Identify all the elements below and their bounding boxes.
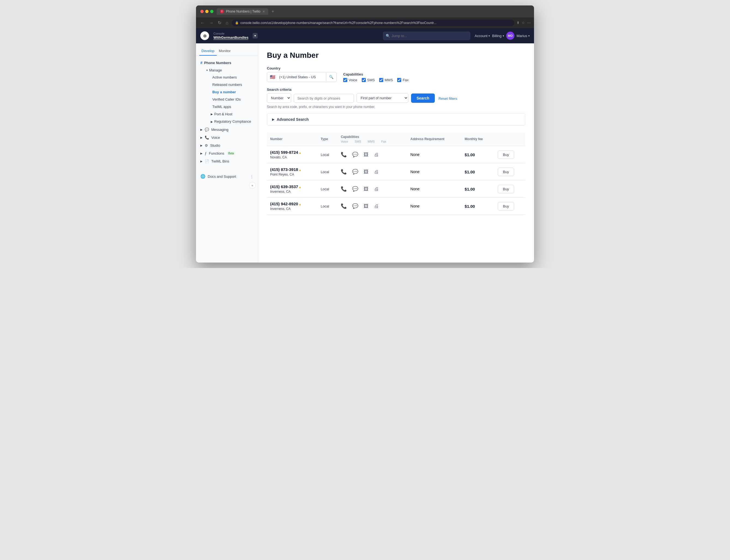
fax-checkbox[interactable] (397, 78, 401, 82)
buy-button-1[interactable]: Buy (498, 168, 514, 176)
maximize-dot[interactable] (210, 10, 214, 13)
close-dot[interactable] (200, 10, 204, 13)
sidebar-item-active-numbers[interactable]: Active numbers (208, 74, 258, 81)
number-location-1: Point Reyes, CA (270, 173, 314, 176)
th-action (494, 132, 525, 146)
sidebar-item-studio[interactable]: ▶ ⚙ Studio (196, 141, 258, 149)
sidebar-item-voice[interactable]: ▶ 📞 Voice (196, 134, 258, 141)
globe-icon: 🌐 (200, 174, 206, 179)
address-req-cell-3: None (407, 198, 461, 215)
sms-checkbox[interactable] (362, 78, 366, 82)
new-tab-button[interactable]: + (272, 9, 274, 14)
browser-titlebar: T Phone Numbers | Twilio ✕ + (196, 5, 534, 17)
share-icon[interactable]: ⬆ (516, 21, 519, 25)
billing-caret-icon: ▾ (503, 34, 504, 37)
number-indicator-icon: ▲ (299, 151, 302, 154)
reset-filters-button[interactable]: Reset filters (437, 94, 458, 103)
home-button[interactable]: ⌂ (225, 19, 230, 26)
advanced-search-label: Advanced Search (277, 117, 309, 122)
sms-check[interactable]: SMS (362, 78, 375, 82)
th-capabilities: Capabilities Voice SMS MMS Fax (338, 132, 407, 146)
sidebar-item-functions[interactable]: ▶ ƒ Functions Beta (196, 149, 258, 157)
buy-button-3[interactable]: Buy (498, 202, 514, 210)
studio-expand-icon: ▶ (200, 144, 203, 147)
sidebar-item-manage[interactable]: ▾ Manage (204, 67, 258, 74)
user-caret-icon: ▾ (528, 34, 530, 37)
tab-develop[interactable]: Develop (199, 47, 217, 56)
mms-cap-icon-2: 🖼 (364, 186, 368, 192)
sidebar-item-released-numbers[interactable]: Released numbers (208, 81, 258, 88)
sms-cap-icon-2: 💬 (352, 186, 358, 192)
buy-button-2[interactable]: Buy (498, 185, 514, 193)
phone-number-0: (415) 599-8724▲ (270, 150, 314, 155)
twiml-expand-icon: ▶ (200, 160, 203, 163)
number-type-select[interactable]: Number (267, 93, 291, 103)
beta-badge: Beta (227, 152, 236, 155)
hash-icon: # (200, 61, 203, 65)
account-dropdown-button[interactable]: ▾ (253, 33, 258, 38)
sidebar-collapse-button[interactable]: « (249, 182, 256, 189)
country-search-button[interactable]: 🔍 (326, 73, 337, 81)
results-table: Number Type Capabilities Voice SMS MMS (267, 132, 525, 215)
voice-checkbox[interactable] (343, 78, 347, 82)
search-button[interactable]: Search (411, 94, 435, 103)
country-input[interactable] (278, 73, 326, 81)
advanced-search-caret-icon: ▶ (272, 118, 275, 121)
sidebar-item-twiml-apps[interactable]: TwiML apps (208, 103, 258, 110)
search-criteria-label: Search criteria (267, 88, 525, 92)
bookmark-icon[interactable]: ☆ (522, 21, 525, 25)
type-cell-1: Local (317, 163, 338, 180)
docs-support-item[interactable]: 🌐 Docs and Support ⋮ (196, 172, 258, 181)
tab-close-icon[interactable]: ✕ (263, 10, 265, 13)
fax-check[interactable]: Fax (397, 78, 408, 82)
country-group: Country 🇺🇸 🔍 (267, 66, 337, 82)
table-row: (415) 599-8724▲ Novato, CA Local 📞 💬 🖼 🖨… (267, 146, 525, 163)
minimize-dot[interactable] (205, 10, 209, 13)
messaging-expand-icon: ▶ (200, 128, 203, 131)
tab-favicon: T (220, 10, 224, 13)
match-to-select[interactable]: First part of number (357, 93, 408, 103)
country-selector[interactable]: 🇺🇸 🔍 (267, 72, 337, 82)
browser-window: T Phone Numbers | Twilio ✕ + ← → ↻ ⌂ 🔒 c… (196, 5, 534, 263)
mms-check[interactable]: MMS (379, 78, 393, 82)
buy-button-0[interactable]: Buy (498, 150, 514, 159)
sidebar: Develop Monitor # Phone Numbers ▾ Mana (196, 43, 258, 263)
account-menu[interactable]: Account ▾ (474, 34, 490, 38)
address-bar[interactable]: 🔒 console.twilio.com/us1/develop/phone-n… (232, 20, 514, 26)
mms-checkbox[interactable] (379, 78, 383, 82)
sidebar-item-verified-caller-ids[interactable]: Verified Caller IDs (208, 96, 258, 103)
forward-button[interactable]: → (208, 19, 215, 26)
phone-numbers-header[interactable]: # Phone Numbers (196, 59, 258, 67)
jump-to-input[interactable] (383, 32, 470, 40)
billing-label: Billing (492, 34, 501, 38)
voice-expand-icon: ▶ (200, 136, 203, 139)
user-avatar[interactable]: MO (506, 32, 514, 40)
sidebar-item-twiml-bins[interactable]: ▶ 📄 TwiML Bins (196, 157, 258, 165)
table-row: (415) 639-3537▲ Inverness, CA Local 📞 💬 … (267, 180, 525, 198)
tab-monitor[interactable]: Monitor (217, 47, 233, 56)
number-location-3: Inverness, CA (270, 207, 314, 211)
search-digits-input[interactable] (294, 94, 354, 103)
twiml-bins-icon: 📄 (205, 159, 209, 163)
sidebar-item-messaging[interactable]: ▶ 💬 Messaging (196, 126, 258, 134)
console-label: Console (214, 32, 248, 35)
account-name[interactable]: WithGermanBundles (214, 35, 248, 40)
table-header: Number Type Capabilities Voice SMS MMS (267, 132, 525, 146)
user-menu[interactable]: Marius ▾ (516, 34, 530, 38)
top-nav-actions: Account ▾ Billing ▾ MO Marius ▾ (474, 32, 530, 40)
voice-check[interactable]: Voice (343, 78, 358, 82)
browser-tab[interactable]: T Phone Numbers | Twilio ✕ (217, 8, 268, 15)
sidebar-item-port-host[interactable]: ▶ Port & Host (204, 110, 258, 118)
voice-cap-icon-1: 📞 (341, 169, 347, 175)
browser-nav-icons: ⬆ ☆ ⋯ (516, 21, 531, 25)
reload-button[interactable]: ↻ (217, 19, 223, 26)
sidebar-tabs: Develop Monitor (196, 47, 258, 56)
sidebar-item-buy-number[interactable]: Buy a number (208, 88, 258, 96)
sidebar-item-regulatory[interactable]: ▶ Regulatory Compliance (204, 118, 258, 125)
extensions-icon[interactable]: ⋯ (527, 21, 531, 25)
search-criteria-row: Number First part of number Search Reset… (267, 93, 525, 103)
advanced-search-panel[interactable]: ▶ Advanced Search (267, 113, 525, 126)
billing-menu[interactable]: Billing ▾ (492, 34, 504, 38)
type-cell-2: Local (317, 180, 338, 198)
back-button[interactable]: ← (199, 19, 206, 26)
